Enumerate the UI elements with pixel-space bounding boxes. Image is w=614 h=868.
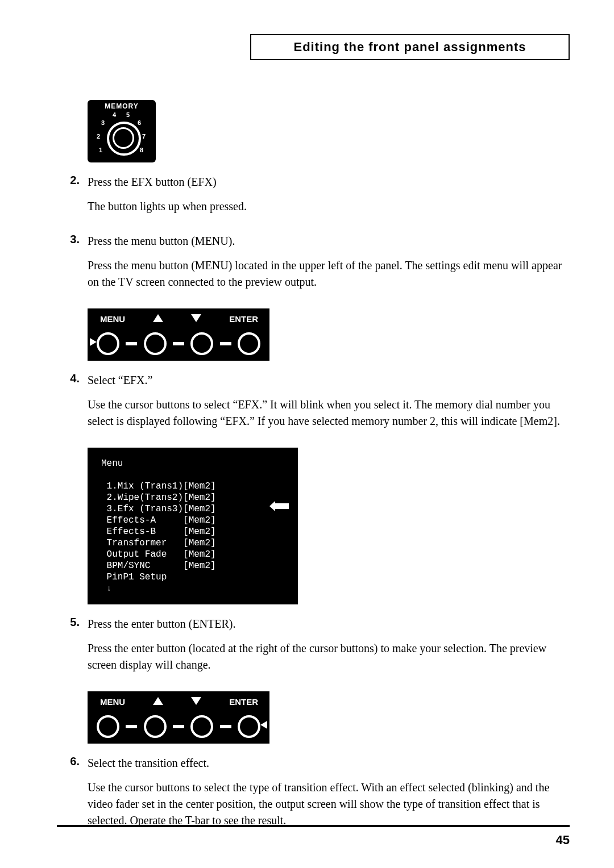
enter-button-icon	[238, 332, 260, 355]
step-text: Use the cursor buttons to select the typ…	[88, 779, 570, 829]
step-number: 3.	[57, 233, 88, 298]
dial-num-5: 5	[126, 111, 130, 118]
section-header: Editing the front panel assignments	[250, 34, 570, 60]
step-text: Use the cursor buttons to select “EFX.” …	[88, 397, 570, 429]
step-title: Press the enter button (ENTER).	[88, 616, 570, 632]
memory-dial-figure: MEMORY 1 2 3 4 5 6 7 8	[88, 100, 156, 162]
menu-label: MENU	[100, 314, 125, 324]
step-title: Press the EFX button (EFX)	[88, 174, 570, 190]
step-title: Select the transition effect.	[88, 755, 570, 771]
dial-num-1: 1	[99, 147, 102, 153]
step-number: 5.	[57, 616, 88, 681]
step-text: Press the enter button (located at the r…	[88, 640, 570, 673]
step-title: Press the menu button (MENU).	[88, 233, 570, 249]
arrow-left-icon	[275, 501, 289, 512]
step-5: 5. Press the enter button (ENTER). Press…	[57, 616, 570, 681]
dial-num-4: 4	[113, 111, 116, 118]
up-icon	[153, 314, 163, 322]
arrow-right-icon	[90, 338, 97, 346]
screen-line: Effects-A [Mem2]	[107, 515, 216, 525]
step-4: 4. Select “EFX.” Use the cursor buttons …	[57, 372, 570, 437]
screen-title: Menu	[101, 458, 123, 469]
screen-line: BPM/SYNC [Mem2]	[107, 561, 216, 571]
step-number: 2.	[57, 174, 88, 223]
enter-label: ENTER	[229, 314, 258, 324]
screen-line: PinP1 Setup	[107, 572, 167, 582]
up-button-icon	[144, 715, 167, 738]
arrow-left-icon	[260, 721, 267, 729]
step-text: Press the menu button (MENU) located in …	[88, 257, 570, 290]
menu-button-strip-figure: MENU ENTER	[88, 691, 269, 744]
step-2: 2. Press the EFX button (EFX) The button…	[57, 174, 570, 223]
screen-line: Effects-B [Mem2]	[107, 527, 216, 537]
dial-num-7: 7	[142, 133, 146, 140]
page-number: 45	[556, 833, 570, 848]
step-3: 3. Press the menu button (MENU). Press t…	[57, 233, 570, 298]
screen-line: 2.Wipe(Trans2)[Mem2]	[107, 493, 216, 503]
onscreen-menu-figure: Menu 1.Mix (Trans1)[Mem2] 2.Wipe(Trans2)…	[88, 448, 298, 604]
screen-line: Transformer [Mem2]	[107, 538, 216, 548]
step-number: 4.	[57, 372, 88, 437]
menu-button-icon	[97, 332, 119, 355]
down-icon	[191, 697, 201, 705]
down-arrow-icon: ↓	[107, 584, 111, 593]
enter-button-icon	[238, 715, 260, 738]
up-icon	[153, 697, 163, 705]
step-text: The button lights up when pressed.	[88, 198, 570, 215]
menu-label: MENU	[100, 697, 125, 707]
down-icon	[191, 314, 201, 322]
up-button-icon	[144, 332, 167, 355]
screen-line: Output Fade [Mem2]	[107, 549, 216, 560]
dial-num-3: 3	[101, 119, 105, 126]
screen-line: 1.Mix (Trans1)[Mem2]	[107, 481, 216, 491]
screen-line: 3.Efx (Trans3)[Mem2]	[107, 504, 216, 514]
menu-button-strip-figure: MENU ENTER	[88, 308, 269, 361]
dial-num-2: 2	[97, 133, 100, 140]
down-button-icon	[190, 715, 213, 738]
dial-num-8: 8	[140, 147, 143, 153]
dial-num-6: 6	[138, 119, 141, 126]
step-title: Select “EFX.”	[88, 372, 570, 389]
memory-label: MEMORY	[88, 102, 156, 110]
enter-label: ENTER	[229, 697, 258, 707]
footer-rule	[57, 825, 570, 827]
menu-button-icon	[97, 715, 119, 738]
down-button-icon	[190, 332, 213, 355]
